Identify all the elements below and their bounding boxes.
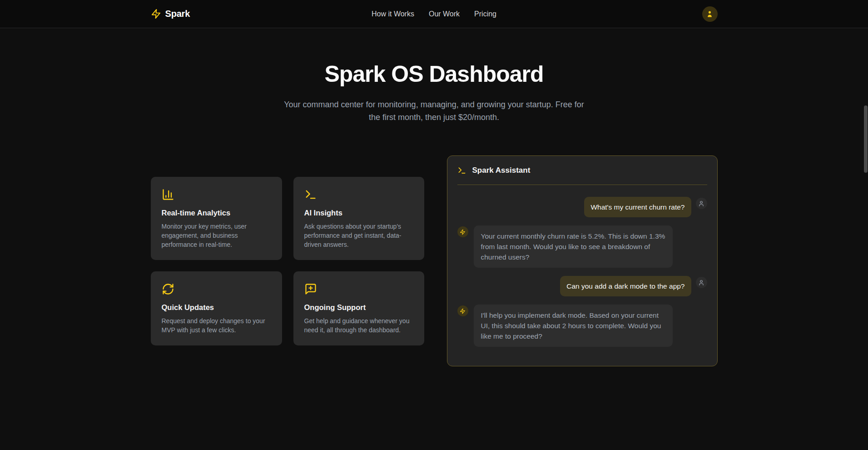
top-nav: Spark How it Works Our Work Pricing <box>0 0 868 28</box>
chat-title: Spark Assistant <box>472 166 531 175</box>
brand-name: Spark <box>165 9 190 19</box>
zap-icon <box>460 229 466 235</box>
feature-card-realtime-analytics: Real-time Analytics Monitor your key met… <box>151 177 282 260</box>
feature-card-title: AI Insights <box>304 209 413 217</box>
brand-logo[interactable]: Spark <box>151 9 190 19</box>
page-subtitle: Your command center for monitoring, mana… <box>278 98 591 124</box>
user-icon <box>698 200 704 207</box>
user-icon <box>698 280 704 286</box>
user-icon <box>706 10 714 18</box>
refresh-icon <box>162 283 174 295</box>
hero-section: Spark OS Dashboard Your command center f… <box>0 28 868 124</box>
chat-header: Spark Assistant <box>457 165 707 176</box>
feature-card-description: Request and deploy changes to your MVP w… <box>162 316 271 335</box>
feature-card-ai-insights: AI Insights Ask questions about your sta… <box>293 177 424 260</box>
feature-card-title: Quick Updates <box>162 303 271 312</box>
assistant-message-bubble: Your current monthly churn rate is 5.2%.… <box>474 225 673 268</box>
feature-card-description: Monitor your key metrics, user engagemen… <box>162 222 271 249</box>
nav-link-pricing[interactable]: Pricing <box>474 10 496 18</box>
page-scrollbar[interactable] <box>863 0 868 450</box>
zap-icon <box>460 308 466 314</box>
spark-avatar <box>457 305 468 316</box>
terminal-icon <box>457 166 466 175</box>
scrollbar-thumb[interactable] <box>864 105 868 173</box>
chat-message-assistant: I'll help you implement dark mode. Based… <box>457 305 707 347</box>
content-row: Real-time Analytics Monitor your key met… <box>0 155 868 366</box>
feature-card-quick-updates: Quick Updates Request and deploy changes… <box>151 271 282 345</box>
chat-header-divider <box>457 185 707 185</box>
spark-assistant-panel: Spark Assistant What's my current churn … <box>447 155 718 366</box>
chat-message-assistant: Your current monthly churn rate is 5.2%.… <box>457 225 707 268</box>
user-message-bubble: What's my current churn rate? <box>584 197 691 217</box>
feature-card-ongoing-support: Ongoing Support Get help and guidance wh… <box>293 271 424 345</box>
feature-card-grid: Real-time Analytics Monitor your key met… <box>151 177 424 345</box>
feature-card-description: Ask questions about your startup's perfo… <box>304 222 413 249</box>
feature-card-title: Ongoing Support <box>304 303 413 312</box>
nav-link-how-it-works[interactable]: How it Works <box>372 10 414 18</box>
user-avatar <box>696 277 707 288</box>
chat-message-user: What's my current churn rate? <box>457 197 707 217</box>
terminal-icon <box>304 188 317 201</box>
account-avatar-button[interactable] <box>702 6 718 22</box>
assistant-message-bubble: I'll help you implement dark mode. Based… <box>474 305 673 347</box>
user-avatar <box>696 198 707 209</box>
message-square-plus-icon <box>304 283 317 295</box>
feature-card-description: Get help and guidance whenever you need … <box>304 316 413 335</box>
chat-message-user: Can you add a dark mode to the app? <box>457 276 707 296</box>
nav-link-our-work[interactable]: Our Work <box>429 10 460 18</box>
bar-chart-icon <box>162 188 174 201</box>
page-title: Spark OS Dashboard <box>0 61 868 87</box>
user-message-bubble: Can you add a dark mode to the app? <box>560 276 691 296</box>
nav-container: Spark How it Works Our Work Pricing <box>151 0 718 28</box>
feature-card-title: Real-time Analytics <box>162 209 271 217</box>
main-content: Spark OS Dashboard Your command center f… <box>0 28 868 366</box>
spark-avatar <box>457 226 468 237</box>
zap-icon <box>151 9 161 19</box>
chat-message-list: What's my current churn rate? Your curre… <box>457 197 707 347</box>
nav-links: How it Works Our Work Pricing <box>372 0 496 28</box>
